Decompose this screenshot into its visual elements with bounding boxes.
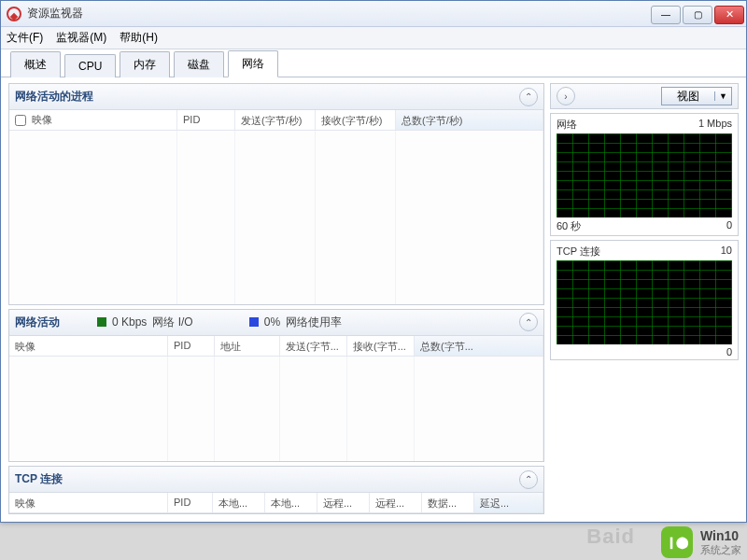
table-body[interactable] xyxy=(9,357,543,461)
col-image[interactable]: 映像 xyxy=(9,336,168,356)
chart-graph xyxy=(557,133,732,217)
table-body[interactable] xyxy=(9,131,543,304)
app-window: 资源监视器 — ▢ ✕ 文件(F) 监视器(M) 帮助(H) 概述 CPU 内存… xyxy=(0,0,747,523)
collapse-icon[interactable]: ⌃ xyxy=(519,470,538,489)
panel-header[interactable]: 网络活动的进程 ⌃ xyxy=(9,84,543,110)
col-total[interactable]: 总数(字节... xyxy=(415,336,543,356)
col-pid[interactable]: PID xyxy=(177,110,235,130)
window-controls: — ▢ ✕ xyxy=(651,4,746,24)
chart-ymax: 1 Mbps xyxy=(698,118,732,132)
expand-right-icon[interactable]: › xyxy=(557,87,575,105)
col-addr[interactable]: 地址 xyxy=(215,336,280,356)
col-laddr[interactable]: 本地... xyxy=(213,493,265,512)
col-image[interactable]: 映像 xyxy=(9,493,168,512)
minimize-button[interactable]: — xyxy=(651,6,681,24)
chart-tcp: TCP 连接 10 0 xyxy=(550,240,739,360)
dropdown-icon[interactable]: ▼ xyxy=(714,91,731,101)
panel-title: 网络活动 xyxy=(15,315,60,330)
col-latency[interactable]: 延迟... xyxy=(474,493,543,512)
window-title: 资源监视器 xyxy=(27,6,83,21)
tab-network[interactable]: 网络 xyxy=(228,50,278,77)
panel-header[interactable]: TCP 连接 ⌃ xyxy=(9,467,543,493)
tab-disk[interactable]: 磁盘 xyxy=(174,51,224,77)
watermark-sub: 系统之家 xyxy=(700,543,741,557)
tab-overview[interactable]: 概述 xyxy=(10,51,61,77)
view-button[interactable]: 视图 ▼ xyxy=(661,87,732,105)
view-button-label: 视图 xyxy=(662,89,714,105)
right-toolbar: › 视图 ▼ xyxy=(550,83,739,109)
chart-xright: 0 xyxy=(726,219,732,233)
panel-tcp-connections: TCP 连接 ⌃ 映像 PID 本地... 本地... 远程... 远程... … xyxy=(8,466,544,514)
collapse-icon[interactable]: ⌃ xyxy=(519,313,538,331)
watermark: ❙⬤ Win10 系统之家 xyxy=(661,526,741,558)
watermark-baidu: Baid xyxy=(586,525,635,549)
column-headers: 映像 PID 地址 发送(字节... 接收(字节... 总数(字节... xyxy=(9,336,543,357)
stat-network-util: 0% 网络使用率 xyxy=(249,315,342,330)
maximize-button[interactable]: ▢ xyxy=(683,6,712,24)
column-headers: 映像 PID 发送(字节/秒) 接收(字节/秒) 总数(字节/秒) xyxy=(9,110,543,131)
swatch-green-icon xyxy=(97,317,106,327)
panel-network-activity: 网络活动 0 Kbps 网络 I/O 0% 网络使用率 ⌃ 映像 P xyxy=(8,309,544,462)
panel-header[interactable]: 网络活动 0 Kbps 网络 I/O 0% 网络使用率 ⌃ xyxy=(9,310,543,336)
menu-bar: 文件(F) 监视器(M) 帮助(H) xyxy=(1,27,746,49)
col-total[interactable]: 总数(字节/秒) xyxy=(396,110,543,130)
swatch-blue-icon xyxy=(249,317,259,327)
chart-title: 网络 xyxy=(557,118,577,132)
chart-network: 网络 1 Mbps 60 秒 0 xyxy=(550,113,739,236)
menu-help[interactable]: 帮助(H) xyxy=(120,30,158,46)
col-rport[interactable]: 远程... xyxy=(370,493,422,512)
tab-cpu[interactable]: CPU xyxy=(64,54,116,77)
col-lport[interactable]: 本地... xyxy=(265,493,317,512)
watermark-brand: Win10 xyxy=(700,528,741,543)
col-raddr[interactable]: 远程... xyxy=(317,493,370,512)
tab-strip: 概述 CPU 内存 磁盘 网络 xyxy=(1,49,746,77)
select-all-checkbox[interactable] xyxy=(15,115,26,126)
chart-title: TCP 连接 xyxy=(557,245,600,259)
menu-file[interactable]: 文件(F) xyxy=(7,30,43,46)
tab-memory[interactable]: 内存 xyxy=(120,51,170,77)
stat-network-io: 0 Kbps 网络 I/O xyxy=(97,315,193,330)
col-recv[interactable]: 接收(字节... xyxy=(347,336,415,356)
panel-network-processes: 网络活动的进程 ⌃ 映像 PID 发送(字节/秒) 接收(字节/秒) 总数(字节… xyxy=(8,83,544,305)
collapse-icon[interactable]: ⌃ xyxy=(519,88,538,106)
col-image[interactable]: 映像 xyxy=(9,110,177,130)
col-loss[interactable]: 数据... xyxy=(422,493,474,512)
chart-xright: 0 xyxy=(726,346,732,357)
col-pid[interactable]: PID xyxy=(168,493,213,512)
title-bar[interactable]: 资源监视器 — ▢ ✕ xyxy=(1,1,746,27)
chart-xleft: 60 秒 xyxy=(557,219,581,233)
column-headers: 映像 PID 本地... 本地... 远程... 远程... 数据... 延迟.… xyxy=(9,493,543,513)
col-pid[interactable]: PID xyxy=(168,336,215,356)
right-column: › 视图 ▼ 网络 1 Mbps 60 秒 0 TCP xyxy=(550,83,739,514)
chart-graph xyxy=(557,260,732,344)
left-column: 网络活动的进程 ⌃ 映像 PID 发送(字节/秒) 接收(字节/秒) 总数(字节… xyxy=(8,83,544,514)
app-icon xyxy=(7,7,21,21)
panel-title: 网络活动的进程 xyxy=(15,89,93,105)
col-send[interactable]: 发送(字节/秒) xyxy=(235,110,316,130)
panel-title: TCP 连接 xyxy=(15,471,63,487)
chart-ymax: 10 xyxy=(721,245,732,259)
menu-monitor[interactable]: 监视器(M) xyxy=(56,30,106,46)
close-button[interactable]: ✕ xyxy=(714,6,744,24)
content-area: 网络活动的进程 ⌃ 映像 PID 发送(字节/秒) 接收(字节/秒) 总数(字节… xyxy=(1,77,746,522)
col-send[interactable]: 发送(字节... xyxy=(280,336,347,356)
col-recv[interactable]: 接收(字节/秒) xyxy=(316,110,396,130)
watermark-logo-icon: ❙⬤ xyxy=(661,526,693,558)
